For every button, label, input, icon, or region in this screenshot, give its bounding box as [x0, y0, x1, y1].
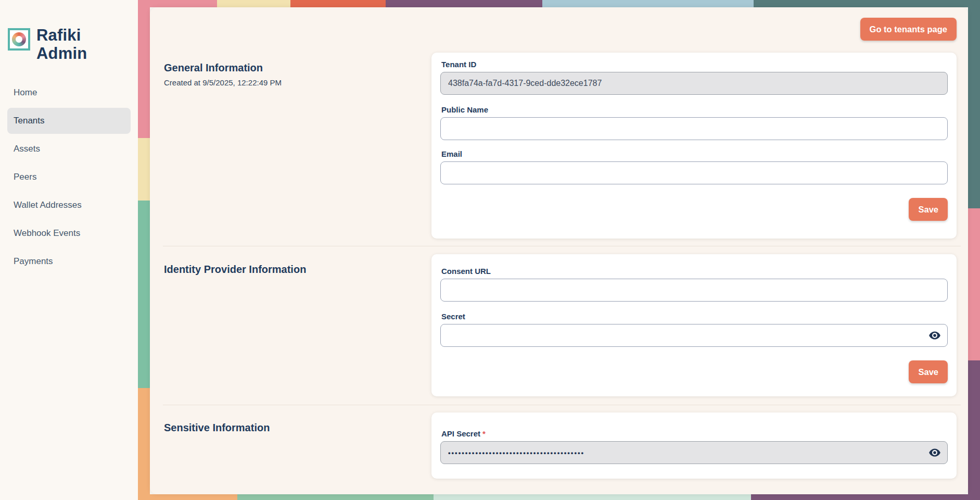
sidebar-item-label: Webhook Events [14, 228, 80, 239]
bg-shape-peach [138, 388, 150, 500]
sidebar-item-label: Peers [14, 172, 36, 182]
bg-shape-yellow [217, 0, 290, 7]
sidebar-item-label: Payments [14, 256, 53, 267]
tenant-id-label: Tenant ID [441, 60, 948, 69]
sidebar-item-tenants[interactable]: Tenants [7, 108, 131, 134]
rafiki-ring-icon [12, 32, 26, 46]
bg-shape-pink [968, 208, 980, 360]
sidebar-item-payments[interactable]: Payments [7, 248, 131, 274]
tenant-id-input [440, 72, 948, 95]
sidebar-item-label: Assets [14, 144, 40, 154]
rafiki-ring-hole [16, 36, 22, 43]
bg-shape-purple [751, 494, 980, 500]
public-name-label: Public Name [441, 105, 948, 114]
bg-shape-green [138, 201, 150, 388]
api-secret-label: API Secret* [441, 429, 948, 438]
section-general-information: General Information Created at 9/5/2025,… [150, 53, 968, 239]
required-marker: * [482, 429, 486, 438]
sensitive-info-panel: API Secret* [431, 413, 957, 479]
section-title-sensitive: Sensitive Information [164, 422, 419, 434]
bg-stripe-top [138, 0, 980, 7]
eye-icon [928, 446, 941, 459]
general-info-panel: Tenant ID Public Name Email Save [431, 53, 957, 239]
sidebar-item-label: Home [14, 88, 37, 98]
secret-visibility-toggle[interactable] [928, 329, 941, 342]
secret-input[interactable] [440, 324, 948, 347]
api-secret-input [440, 441, 948, 464]
bg-stripe-left [138, 0, 150, 500]
eye-icon [928, 329, 941, 342]
go-to-tenants-button[interactable]: Go to tenants page [860, 18, 957, 41]
bg-shape-green [237, 494, 434, 500]
public-name-input[interactable] [440, 117, 948, 140]
sidebar-item-wallet-addresses[interactable]: Wallet Addresses [7, 192, 131, 218]
api-secret-label-text: API Secret [441, 429, 480, 438]
save-button-idp[interactable]: Save [909, 360, 948, 383]
sidebar-item-label: Tenants [14, 116, 45, 126]
section-divider [163, 405, 961, 405]
bg-stripe-bottom [138, 494, 980, 500]
brand[interactable]: Rafiki Admin [0, 0, 138, 63]
bg-shape-teal [754, 0, 980, 7]
app-title-line2: Admin [36, 44, 87, 63]
email-input[interactable] [440, 161, 948, 184]
app-title: Rafiki Admin [36, 26, 87, 63]
rafiki-logo-icon [8, 28, 30, 51]
bg-shape-lightblue [542, 0, 754, 7]
sidebar: Rafiki Admin Home Tenants Assets Peers W… [0, 0, 138, 500]
tenant-detail-page: Go to tenants page General Information C… [150, 7, 968, 494]
identity-provider-panel: Consent URL Secret Save [431, 254, 957, 396]
section-title-idp: Identity Provider Information [164, 264, 419, 276]
main-area: Go to tenants page General Information C… [138, 0, 980, 500]
sidebar-item-label: Wallet Addresses [14, 200, 82, 210]
email-label: Email [441, 149, 948, 158]
created-at-text: Created at 9/5/2025, 12:22:49 PM [164, 78, 419, 87]
app-title-line1: Rafiki [36, 26, 87, 44]
bg-shape-teal [968, 0, 980, 208]
sidebar-item-webhook-events[interactable]: Webhook Events [7, 220, 131, 246]
consent-url-label: Consent URL [441, 267, 948, 276]
section-divider [163, 246, 961, 246]
sidebar-item-assets[interactable]: Assets [7, 136, 131, 162]
secret-label: Secret [441, 312, 948, 321]
sidebar-nav: Home Tenants Assets Peers Wallet Address… [0, 80, 138, 274]
bg-shape-purple [386, 0, 542, 7]
bg-shape-peach [138, 494, 237, 500]
consent-url-input[interactable] [440, 279, 948, 302]
bg-shape-orange [290, 0, 386, 7]
sidebar-item-peers[interactable]: Peers [7, 164, 131, 190]
bg-shape-purple [968, 360, 980, 500]
bg-shape-pink [138, 0, 150, 138]
api-secret-visibility-toggle[interactable] [928, 446, 941, 459]
section-identity-provider: Identity Provider Information Consent UR… [150, 254, 968, 396]
sidebar-item-home[interactable]: Home [7, 80, 131, 106]
section-title-general: General Information [164, 62, 419, 74]
bg-shape-yellow [138, 138, 150, 201]
bg-shape-mint [434, 494, 751, 500]
bg-stripe-right [968, 0, 980, 500]
section-sensitive-information: Sensitive Information API Secret* [150, 413, 968, 479]
save-button-general[interactable]: Save [909, 198, 948, 221]
